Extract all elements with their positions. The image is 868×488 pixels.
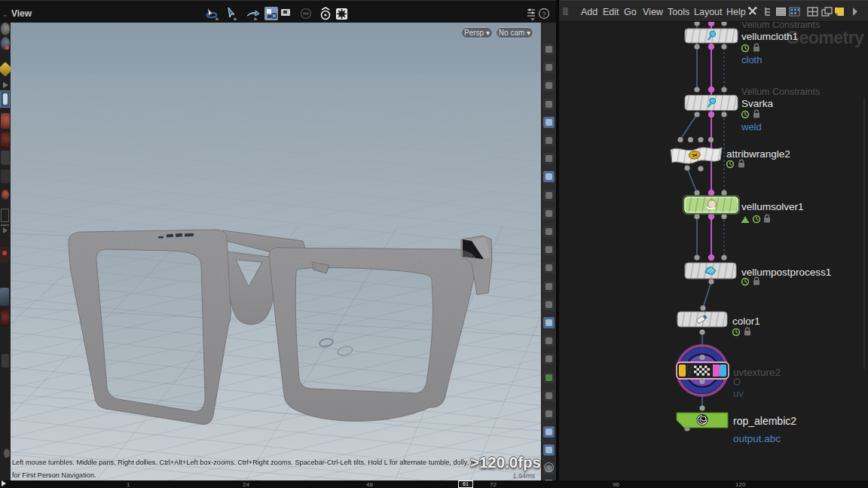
svg-text:vellumpostprocess1: vellumpostprocess1 [741,267,831,278]
svg-text:output.abc: output.abc [733,433,781,444]
svg-text:color1: color1 [732,316,760,327]
svg-text:weld: weld [741,121,762,133]
svg-text:?: ? [542,11,546,18]
svg-text:cloth: cloth [741,54,762,66]
svg-text:vellumsolver1: vellumsolver1 [741,201,804,212]
svg-text:Vellum Constraints: Vellum Constraints [741,87,820,97]
svg-text:Svarka: Svarka [741,98,774,109]
svg-text:uv: uv [733,388,744,399]
svg-text:rop_alembic2: rop_alembic2 [733,415,796,427]
svg-text:vellumcloth1: vellumcloth1 [741,31,798,42]
svg-text:attribwrangle2: attribwrangle2 [726,148,790,160]
svg-text:uvtexture2: uvtexture2 [733,367,781,378]
svg-text:Vellum Constraints: Vellum Constraints [741,22,820,30]
